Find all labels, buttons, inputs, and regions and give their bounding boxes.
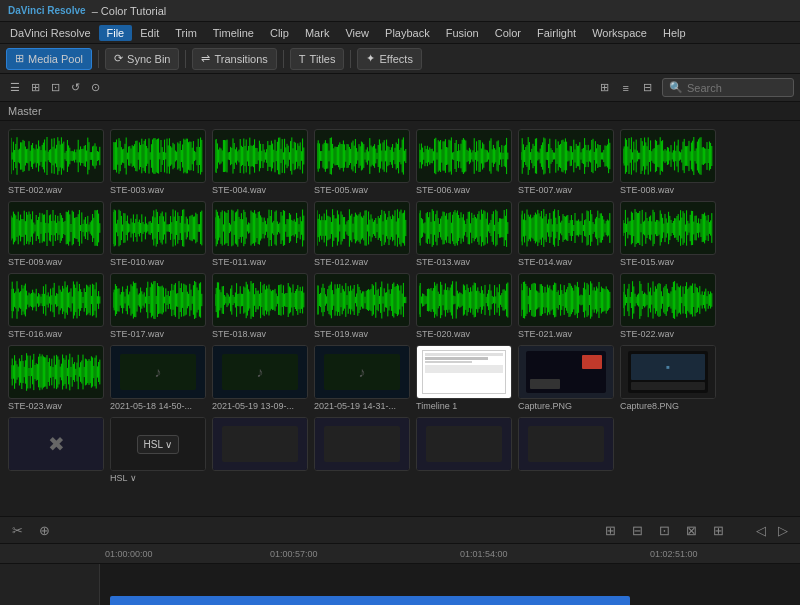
media-item[interactable]: Capture.PNG <box>518 345 614 411</box>
media-item[interactable]: STE-006.wav <box>416 129 512 195</box>
media-item[interactable]: STE-007.wav <box>518 129 614 195</box>
menubar: DaVinci Resolve File Edit Trim Timeline … <box>0 22 800 44</box>
media-item[interactable]: STE-023.wav <box>8 345 104 411</box>
menu-edit[interactable]: Edit <box>132 25 167 41</box>
menu-workspace[interactable]: Workspace <box>584 25 655 41</box>
media-item[interactable]: ♪2021-05-18 14-50-... <box>110 345 206 411</box>
media-item[interactable]: STE-013.wav <box>416 201 512 267</box>
media-item[interactable]: Timeline 1 <box>416 345 512 411</box>
transitions-icon: ⇌ <box>201 52 210 65</box>
media-item[interactable]: STE-012.wav <box>314 201 410 267</box>
media-item-label: Capture8.PNG <box>620 401 716 411</box>
scissors-icon[interactable]: ✂ <box>8 521 27 540</box>
media-grid: // Generate waveform SVG function makeWa… <box>0 121 800 516</box>
media-item-label: STE-017.wav <box>110 329 206 339</box>
titles-icon: T <box>299 53 306 65</box>
sync-bin-button[interactable]: ⟳ Sync Bin <box>105 48 179 70</box>
media-item[interactable]: STE-005.wav <box>314 129 410 195</box>
media-item[interactable]: STE-016.wav <box>8 273 104 339</box>
media-item-label: STE-007.wav <box>518 185 614 195</box>
menu-help[interactable]: Help <box>655 25 694 41</box>
timeline-ruler: 01:00:00:00 01:00:57:00 01:01:54:00 01:0… <box>0 544 800 564</box>
media-item[interactable]: STE-014.wav <box>518 201 614 267</box>
media-item-label: STE-019.wav <box>314 329 410 339</box>
menu-mark[interactable]: Mark <box>297 25 337 41</box>
media-item[interactable]: STE-002.wav <box>8 129 104 195</box>
sync-bin-icon: ⟳ <box>114 52 123 65</box>
media-pool-button[interactable]: ⊞ Media Pool <box>6 48 92 70</box>
transitions-button[interactable]: ⇌ Transitions <box>192 48 276 70</box>
clip-info-button[interactable]: ⊡ <box>47 79 64 96</box>
list-view-button[interactable]: ≡ <box>619 80 633 96</box>
media-item[interactable]: STE-003.wav <box>110 129 206 195</box>
media-item[interactable]: STE-015.wav <box>620 201 716 267</box>
zoom-in-icon[interactable]: ▷ <box>774 521 792 540</box>
timeline-btn3[interactable]: ⊞ <box>709 521 728 540</box>
media-item[interactable]: STE-019.wav <box>314 273 410 339</box>
media-item[interactable] <box>518 417 614 483</box>
effects-button[interactable]: ✦ Effects <box>357 48 421 70</box>
menu-color[interactable]: Color <box>487 25 529 41</box>
effects-icon: ✦ <box>366 52 375 65</box>
menu-fusion[interactable]: Fusion <box>438 25 487 41</box>
menu-davinci[interactable]: DaVinci Resolve <box>2 25 99 41</box>
media-item[interactable]: STE-009.wav <box>8 201 104 267</box>
media-item-label: STE-008.wav <box>620 185 716 195</box>
zoom-out-icon[interactable]: ◁ <box>752 521 770 540</box>
flag-icon[interactable]: ⊡ <box>655 521 674 540</box>
marker-icon[interactable]: ⊟ <box>628 521 647 540</box>
media-item-label: STE-014.wav <box>518 257 614 267</box>
toolbar-separator2 <box>185 50 186 68</box>
track-content[interactable] <box>100 564 800 605</box>
menu-file[interactable]: File <box>99 25 133 41</box>
menu-playback[interactable]: Playback <box>377 25 438 41</box>
timeline-btn2[interactable]: ⊠ <box>682 521 701 540</box>
media-item[interactable]: STE-010.wav <box>110 201 206 267</box>
media-item[interactable]: ✖ <box>8 417 104 483</box>
link-icon[interactable]: ⊕ <box>35 521 54 540</box>
media-item[interactable] <box>314 417 410 483</box>
titles-button[interactable]: T Titles <box>290 48 345 70</box>
folder-button[interactable]: ⊙ <box>87 79 104 96</box>
menu-fairlight[interactable]: Fairlight <box>529 25 584 41</box>
media-item[interactable]: STE-017.wav <box>110 273 206 339</box>
media-item-label: STE-013.wav <box>416 257 512 267</box>
refresh-button[interactable]: ↺ <box>67 79 84 96</box>
media-item-label: STE-023.wav <box>8 401 104 411</box>
media-item[interactable]: STE-018.wav <box>212 273 308 339</box>
media-item[interactable] <box>416 417 512 483</box>
media-item[interactable]: STE-021.wav <box>518 273 614 339</box>
media-item[interactable] <box>212 417 308 483</box>
snap-icon[interactable]: ⊞ <box>601 521 620 540</box>
timecode-4: 01:02:51:00 <box>650 549 698 559</box>
search-input[interactable] <box>687 82 787 94</box>
effects-label: Effects <box>379 53 412 65</box>
timeline-clip-bar[interactable] <box>110 596 630 605</box>
menu-view[interactable]: View <box>337 25 377 41</box>
media-item[interactable]: STE-004.wav <box>212 129 308 195</box>
view-small-button[interactable]: ⊞ <box>27 79 44 96</box>
menu-trim[interactable]: Trim <box>167 25 205 41</box>
media-item[interactable]: HSL ∨HSL ∨ <box>110 417 206 483</box>
media-item[interactable]: ♪2021-05-19 14-31-... <box>314 345 410 411</box>
media-pool-label: Media Pool <box>28 53 83 65</box>
media-item[interactable]: ♪2021-05-19 13-09-... <box>212 345 308 411</box>
bottom-toolbar: ✂ ⊕ ⊞ ⊟ ⊡ ⊠ ⊞ ◁ ▷ <box>0 516 800 544</box>
view-list-button[interactable]: ☰ <box>6 79 24 96</box>
menu-clip[interactable]: Clip <box>262 25 297 41</box>
media-item-label: 2021-05-18 14-50-... <box>110 401 206 411</box>
secondary-toolbar: ☰ ⊞ ⊡ ↺ ⊙ ⊞ ≡ ⊟ 🔍 <box>0 74 800 102</box>
media-item[interactable]: STE-011.wav <box>212 201 308 267</box>
metadata-button[interactable]: ⊟ <box>639 79 656 96</box>
transitions-label: Transitions <box>214 53 267 65</box>
app-logo: DaVinci Resolve <box>8 5 86 16</box>
media-item[interactable]: ■Capture8.PNG <box>620 345 716 411</box>
grid-view-button[interactable]: ⊞ <box>596 79 613 96</box>
media-item[interactable]: STE-020.wav <box>416 273 512 339</box>
media-item[interactable]: STE-022.wav <box>620 273 716 339</box>
media-item-label: STE-010.wav <box>110 257 206 267</box>
menu-timeline[interactable]: Timeline <box>205 25 262 41</box>
media-item[interactable]: STE-008.wav <box>620 129 716 195</box>
media-item-label: 2021-05-19 13-09-... <box>212 401 308 411</box>
track-labels: ↖ ✂ <box>0 564 100 605</box>
